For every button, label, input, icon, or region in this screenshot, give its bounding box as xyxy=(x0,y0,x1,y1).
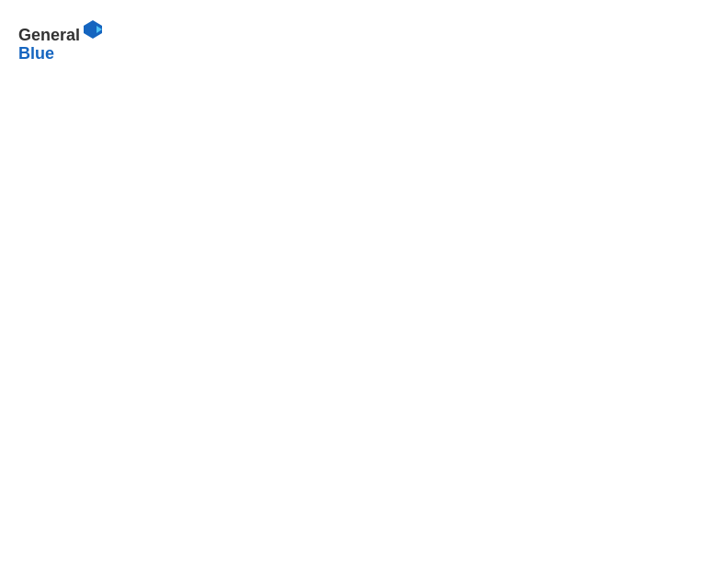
logo: General Blue xyxy=(18,18,104,63)
logo-general: General xyxy=(18,26,80,44)
page-header: General Blue xyxy=(18,18,710,63)
logo-icon xyxy=(82,18,104,40)
logo-blue: Blue xyxy=(18,44,54,63)
